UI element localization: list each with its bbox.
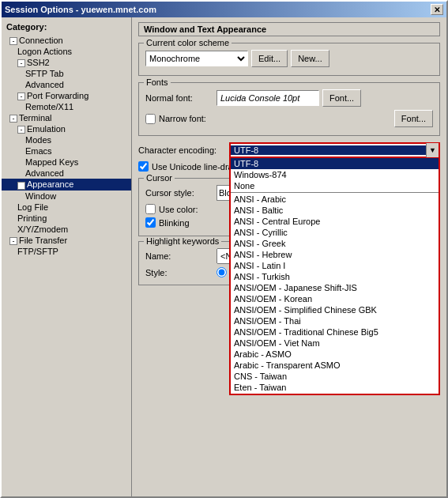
sidebar-label: Category:: [2, 21, 131, 35]
narrow-font-label: Narrow font:: [159, 114, 206, 123]
sidebar-item-advanced-ssh[interactable]: Advanced: [2, 79, 131, 90]
encoding-selected-value: UTF-8: [231, 145, 426, 155]
expand-port-forwarding[interactable]: -: [17, 92, 25, 100]
encoding-option-arabic-transparent-asmo[interactable]: Arabic - Transparent ASMO: [231, 360, 439, 371]
encoding-option-ansi-arabic[interactable]: ANSI - Arabic: [231, 194, 439, 205]
main-window: Session Options - yuewen.mnet.com ✕ Cate…: [0, 0, 448, 498]
font-btn[interactable]: Font...: [322, 89, 361, 107]
use-color-checkbox[interactable]: [145, 204, 156, 214]
encoding-option-utf8[interactable]: UTF-8: [231, 158, 439, 169]
sidebar-item-mapped-keys[interactable]: Mapped Keys: [2, 157, 131, 168]
encoding-dropdown[interactable]: UTF-8 Windows-874 None ANSI - Arabic ANS…: [229, 158, 440, 395]
title-bar: Session Options - yuewen.mnet.com ✕: [2, 2, 446, 17]
sidebar-item-terminal[interactable]: -Terminal: [2, 112, 131, 123]
sidebar-item-connection[interactable]: -Connection: [2, 35, 131, 46]
encoding-option-ansioem-korean[interactable]: ANSI/OEM - Korean: [231, 293, 439, 304]
sidebar-item-logon-actions[interactable]: Logon Actions: [2, 46, 131, 57]
panel-title: Window and Text Appearance: [138, 22, 440, 36]
narrow-font-btn[interactable]: Font...: [394, 110, 433, 127]
highlight-style-radio[interactable]: [216, 267, 227, 277]
encoding-dropdown-arrow[interactable]: ▼: [426, 143, 439, 157]
encoding-option-ansi-greek[interactable]: ANSI - Greek: [231, 238, 439, 249]
sidebar-item-modes[interactable]: Modes: [2, 134, 131, 145]
blinking-checkbox[interactable]: [145, 217, 156, 228]
content-area: Category: -Connection Logon Actions -SSH…: [2, 17, 446, 496]
sidebar-item-advanced-term[interactable]: Advanced: [2, 168, 131, 179]
expand-ssh2[interactable]: -: [17, 59, 25, 67]
encoding-option-none[interactable]: None: [231, 180, 439, 191]
encoding-option-ansi-cyrillic[interactable]: ANSI - Cyrillic: [231, 227, 439, 238]
encoding-option-windows874[interactable]: Windows-874: [231, 169, 439, 180]
expand-appearance[interactable]: -: [17, 182, 25, 190]
encoding-option-ansi-hebrew[interactable]: ANSI - Hebrew: [231, 249, 439, 260]
highlight-style-label: Style:: [145, 268, 216, 277]
color-scheme-section: Current color scheme Monochrome Edit... …: [138, 43, 440, 76]
encoding-option-ansi-latin1[interactable]: ANSI - Latin I: [231, 260, 439, 271]
fonts-legend: Fonts: [144, 77, 171, 87]
encoding-row: Character encoding: UTF-8 ▼ UTF-8 Window…: [138, 142, 440, 158]
close-button[interactable]: ✕: [431, 4, 443, 15]
color-scheme-legend: Current color scheme: [144, 38, 232, 47]
highlight-legend: Highlight keywords: [144, 236, 221, 246]
encoding-label: Character encoding:: [138, 145, 229, 155]
unicode-checkbox[interactable]: [138, 161, 149, 172]
sidebar: Category: -Connection Logon Actions -SSH…: [2, 17, 132, 496]
dropdown-separator: [231, 192, 439, 193]
encoding-option-ansioem-simplified-chinese-gbk[interactable]: ANSI/OEM - Simplified Chinese GBK: [231, 304, 439, 315]
main-panel: Window and Text Appearance Current color…: [132, 17, 446, 496]
sidebar-item-port-forwarding[interactable]: -Port Forwarding: [2, 90, 131, 101]
encoding-option-ansi-turkish[interactable]: ANSI - Turkish: [231, 271, 439, 282]
sidebar-item-window[interactable]: Window: [2, 191, 131, 202]
encoding-option-ansioem-japanese[interactable]: ANSI/OEM - Japanese Shift-JIS: [231, 282, 439, 293]
use-color-label: Use color:: [159, 205, 198, 214]
sidebar-item-sftp-tab[interactable]: SFTP Tab: [2, 68, 131, 79]
color-scheme-select[interactable]: Monochrome: [145, 51, 248, 66]
sidebar-item-printing[interactable]: Printing: [2, 213, 131, 224]
normal-font-value: Lucida Console 10pt: [220, 93, 299, 103]
sidebar-item-emacs[interactable]: Emacs: [2, 145, 131, 157]
normal-font-label: Normal font:: [145, 93, 216, 103]
blinking-label: Blinking: [159, 218, 190, 228]
sidebar-item-ftp-sftp[interactable]: FTP/SFTP: [2, 246, 131, 257]
encoding-option-ansi-baltic[interactable]: ANSI - Baltic: [231, 205, 439, 216]
cursor-style-label: Cursor style:: [145, 188, 216, 198]
expand-terminal[interactable]: -: [9, 115, 17, 123]
highlight-name-label: Name:: [145, 251, 216, 261]
expand-file-transfer[interactable]: -: [9, 237, 17, 245]
sidebar-item-file-transfer[interactable]: -File Transfer: [2, 235, 131, 246]
encoding-section: Character encoding: UTF-8 ▼ UTF-8 Window…: [138, 142, 440, 172]
sidebar-item-emulation[interactable]: -Emulation: [2, 123, 131, 134]
encoding-option-ansioem-traditional-chinese[interactable]: ANSI/OEM - Traditional Chinese Big5: [231, 326, 439, 338]
encoding-combo-wrapper: UTF-8 ▼ UTF-8 Windows-874 None ANSI - Ar…: [229, 142, 440, 158]
sidebar-item-xy-zmodem[interactable]: X/Y/Zmodem: [2, 224, 131, 235]
encoding-option-eten-taiwan[interactable]: Eten - Taiwan: [231, 382, 439, 393]
encoding-display[interactable]: UTF-8 ▼: [229, 142, 440, 158]
expand-connection[interactable]: -: [9, 37, 17, 45]
fonts-section: Fonts Normal font: Lucida Console 10pt F…: [138, 82, 440, 136]
encoding-option-ansioem-viet-nam[interactable]: ANSI/OEM - Viet Nam: [231, 338, 439, 349]
normal-font-display: Lucida Console 10pt: [216, 90, 319, 106]
encoding-option-euc-korean[interactable]: EUC-Korean: [231, 393, 439, 395]
sidebar-item-ssh2[interactable]: -SSH2: [2, 57, 131, 68]
cursor-legend: Cursor: [144, 173, 175, 183]
expand-emulation[interactable]: -: [17, 126, 25, 134]
edit-color-btn[interactable]: Edit...: [251, 50, 288, 67]
sidebar-item-log-file[interactable]: Log File: [2, 202, 131, 213]
encoding-option-arabic-asmo[interactable]: Arabic - ASMO: [231, 349, 439, 360]
sidebar-item-remote-x11[interactable]: Remote/X11: [2, 101, 131, 112]
narrow-font-checkbox[interactable]: [145, 114, 156, 124]
window-title: Session Options - yuewen.mnet.com: [5, 5, 156, 14]
encoding-option-ansioem-thai[interactable]: ANSI/OEM - Thai: [231, 315, 439, 326]
sidebar-item-appearance[interactable]: -Appearance: [2, 179, 131, 190]
encoding-option-ansi-central-europe[interactable]: ANSI - Central Europe: [231, 216, 439, 227]
new-color-btn[interactable]: New...: [291, 50, 329, 67]
encoding-option-cns-taiwan[interactable]: CNS - Taiwan: [231, 371, 439, 382]
